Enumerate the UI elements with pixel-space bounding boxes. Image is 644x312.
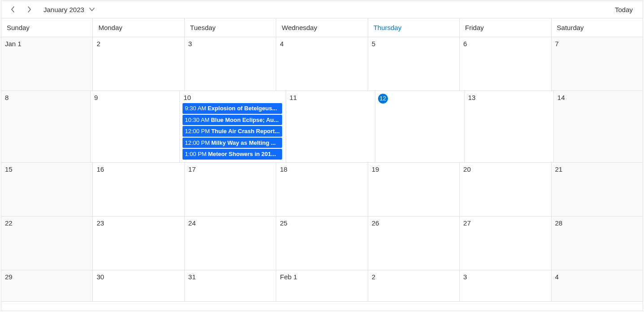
event-title: Explosion of Betelgeus... — [208, 105, 277, 112]
day-cell[interactable]: Feb 1 — [276, 270, 368, 301]
date-label: 14 — [557, 94, 565, 101]
date-label: 3 — [463, 273, 467, 281]
day-cell[interactable]: 18 — [276, 163, 368, 216]
date-label: 11 — [290, 94, 297, 101]
day-cell[interactable]: 14 — [554, 91, 643, 162]
date-label: 7 — [555, 40, 559, 48]
day-cell[interactable]: 3 — [185, 37, 276, 91]
day-cell[interactable]: 19 — [368, 163, 460, 216]
dow-cell-thursday: Thursday — [368, 18, 460, 37]
date-label: Feb 1 — [280, 273, 297, 281]
dow-cell-monday: Monday — [93, 18, 184, 37]
event-time: 12:00 PM — [185, 128, 210, 134]
calendar-event[interactable]: 1:00 PMMeteor Showers in 201... — [183, 149, 282, 160]
day-cell[interactable]: 5 — [368, 37, 460, 91]
day-cell[interactable]: 21 — [552, 163, 643, 216]
calendar: January 2023 Today SundayMondayTuesdayWe… — [1, 0, 643, 311]
day-cell[interactable]: 28 — [552, 217, 643, 270]
day-cell[interactable]: 16 — [93, 163, 184, 216]
calendar-grid[interactable]: Jan 123456789109:30 AMExplosion of Betel… — [1, 37, 643, 311]
event-time: 1:00 PM — [185, 151, 206, 157]
day-cell[interactable]: 6 — [460, 37, 551, 91]
chevron-right-icon — [27, 6, 31, 13]
date-label: 2 — [372, 273, 375, 281]
week-row: 15161718192021 — [1, 163, 643, 217]
day-cell[interactable]: 2 — [93, 37, 184, 91]
day-cell[interactable]: 7 — [552, 37, 643, 91]
dow-cell-saturday: Saturday — [552, 18, 643, 37]
event-title: Meteor Showers in 201... — [208, 151, 276, 157]
calendar-event[interactable]: 12:00 PMMilky Way as Melting ... — [183, 138, 282, 148]
day-cell[interactable]: 12 — [375, 91, 465, 162]
date-label: 3 — [188, 40, 192, 48]
date-label: 15 — [5, 165, 13, 173]
day-cell[interactable]: 9 — [91, 91, 180, 162]
calendar-event[interactable]: 12:00 PMThule Air Crash Report... — [183, 126, 282, 137]
date-label: 4 — [555, 273, 559, 281]
week-row: 22232425262728 — [1, 217, 643, 270]
day-cell[interactable]: 4 — [552, 270, 643, 301]
date-label: 4 — [280, 40, 283, 48]
date-label: 24 — [188, 219, 196, 227]
date-label: 25 — [280, 219, 287, 227]
day-cell[interactable]: 29 — [1, 270, 93, 301]
day-cell[interactable]: 30 — [93, 270, 184, 301]
day-cell[interactable]: 27 — [460, 217, 551, 270]
day-cell[interactable]: 31 — [185, 270, 276, 301]
day-cell[interactable]: 3 — [460, 270, 551, 301]
date-label: 26 — [372, 219, 379, 227]
dow-cell-sunday: Sunday — [1, 18, 93, 37]
date-label: 18 — [280, 165, 287, 173]
today-button-label: Today — [615, 6, 633, 13]
date-label: Jan 1 — [5, 40, 22, 48]
calendar-event[interactable]: 10:30 AMBlue Moon Eclipse; Au... — [183, 115, 282, 126]
date-label: 9 — [94, 94, 98, 101]
day-cell[interactable]: 4 — [276, 37, 368, 91]
prev-button[interactable] — [5, 2, 21, 17]
event-title: Blue Moon Eclipse; Au... — [211, 117, 278, 123]
date-range-picker[interactable]: January 2023 — [40, 2, 99, 17]
event-title: Milky Way as Melting ... — [211, 139, 276, 146]
day-cell[interactable]: 109:30 AMExplosion of Betelgeus...10:30 … — [180, 91, 286, 162]
day-cell[interactable]: Jan 1 — [1, 37, 93, 91]
day-cell[interactable]: 26 — [368, 217, 460, 270]
dow-cell-friday: Friday — [460, 18, 551, 37]
day-cell[interactable]: 17 — [185, 163, 276, 216]
day-cell[interactable]: 11 — [286, 91, 375, 162]
event-time: 9:30 AM — [185, 105, 206, 112]
date-range-label: January 2023 — [44, 6, 84, 13]
event-time: 10:30 AM — [185, 117, 209, 123]
calendar-event[interactable]: 9:30 AMExplosion of Betelgeus... — [183, 103, 282, 114]
today-button[interactable]: Today — [609, 2, 639, 17]
date-label: 16 — [96, 165, 104, 173]
event-time: 12:00 PM — [185, 139, 210, 146]
date-label: 20 — [463, 165, 471, 173]
date-label: 30 — [96, 273, 104, 281]
day-cell[interactable]: 13 — [465, 91, 554, 162]
week-row: 89109:30 AMExplosion of Betelgeus...10:3… — [1, 91, 643, 163]
chevron-left-icon — [11, 6, 15, 13]
day-cell[interactable]: 25 — [276, 217, 368, 270]
event-title: Thule Air Crash Report... — [211, 128, 280, 134]
date-label: 31 — [188, 273, 196, 281]
day-cell[interactable]: 23 — [93, 217, 184, 270]
date-label: 17 — [188, 165, 196, 173]
day-cell[interactable]: 2 — [368, 270, 460, 301]
date-label: 5 — [372, 40, 375, 48]
day-cell[interactable]: 20 — [460, 163, 551, 216]
day-cell[interactable]: 8 — [1, 91, 91, 162]
today-date-label: 12 — [378, 94, 388, 104]
day-cell[interactable]: 15 — [1, 163, 93, 216]
dow-cell-wednesday: Wednesday — [276, 18, 368, 37]
week-row: Jan 1234567 — [1, 37, 643, 91]
date-label: 8 — [5, 94, 9, 101]
calendar-toolbar: January 2023 Today — [1, 1, 643, 18]
date-label: 23 — [96, 219, 104, 227]
day-cell[interactable]: 22 — [1, 217, 93, 270]
date-label: 19 — [372, 165, 379, 173]
dow-cell-tuesday: Tuesday — [185, 18, 276, 37]
next-button[interactable] — [21, 2, 37, 17]
chevron-down-icon — [89, 7, 95, 12]
date-label: 22 — [5, 219, 13, 227]
day-cell[interactable]: 24 — [185, 217, 276, 270]
